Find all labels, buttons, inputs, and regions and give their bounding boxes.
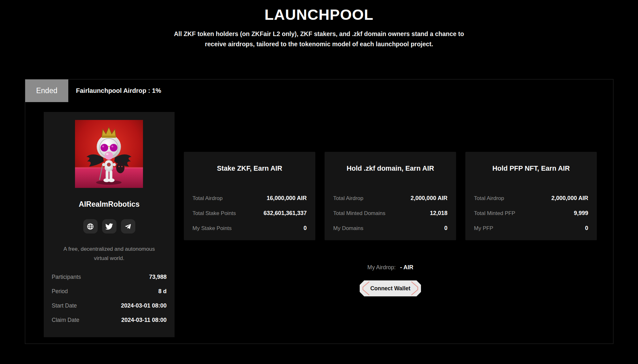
card-pfp-nft: Hold PFP NFT, Earn AIR Total Airdrop 2,0… [465, 152, 597, 240]
stat-row-start-date: Start Date 2024-03-01 08:00 [44, 299, 175, 313]
launchpool-card: Ended Fairlaunchpool Airdrop : 1% [25, 79, 613, 344]
stat-value: 2024-03-01 08:00 [121, 302, 167, 309]
card-row-my-pfp: My PFP 0 [465, 221, 597, 236]
project-description-line2: virtual world. [44, 254, 175, 263]
card-zkf-domain: Hold .zkf domain, Earn AIR Total Airdrop… [325, 152, 456, 240]
globe-icon [86, 223, 94, 230]
row-label: Total Airdrop [192, 195, 223, 202]
telegram-icon [124, 223, 132, 230]
stat-label: Period [52, 288, 68, 295]
my-airdrop-value: - AIR [400, 264, 413, 271]
stat-row-participants: Participants 73,988 [44, 270, 175, 284]
row-value: 9,999 [574, 210, 588, 217]
telegram-link-button[interactable] [121, 219, 135, 234]
stat-row-period: Period 8 d [44, 284, 175, 299]
page-subtitle-line2: receive airdrops, tailored to the tokeno… [0, 41, 638, 48]
project-stats: Participants 73,988 Period 8 d Start Dat… [44, 270, 175, 327]
card-title: Hold .zkf domain, Earn AIR [325, 165, 456, 173]
row-label: My Domains [333, 225, 363, 232]
page-subtitle-line1: All ZKF token holders (on ZKFair L2 only… [0, 30, 638, 38]
card-title: Stake ZKF, Earn AIR [184, 165, 315, 173]
row-label: My PFP [474, 225, 493, 232]
row-value: 16,000,000 AIR [267, 195, 307, 202]
my-airdrop-label: My Airdrop: [367, 264, 396, 271]
row-label: Total Airdrop [474, 195, 504, 202]
row-value: 0 [585, 225, 588, 232]
pool-header: Ended Fairlaunchpool Airdrop : 1% [25, 79, 613, 102]
earn-cards: Stake ZKF, Earn AIR Total Airdrop 16,000… [184, 152, 597, 240]
card-row-total-minted-domains: Total Minted Domains 12,018 [325, 206, 456, 221]
project-panel: AIRealmRobotics [44, 112, 175, 337]
stat-label: Claim Date [52, 317, 79, 323]
stat-value: 2024-03-11 08:00 [121, 317, 167, 323]
row-label: Total Minted Domains [333, 210, 385, 217]
row-label: Total Minted PFP [474, 210, 515, 217]
stat-label: Participants [52, 274, 81, 280]
status-badge: Ended [25, 79, 68, 102]
stat-value: 8 d [158, 288, 167, 295]
project-description: A free, decentralized and autonomous vir… [44, 244, 175, 263]
project-image [75, 120, 143, 188]
page-title: LAUNCHPOOL [0, 6, 638, 23]
card-stake-zkf: Stake ZKF, Earn AIR Total Airdrop 16,000… [184, 152, 315, 240]
row-value: 12,018 [430, 210, 447, 217]
row-label: Total Airdrop [333, 195, 364, 202]
connect-wallet-label: Connect Wallet [370, 285, 410, 292]
card-row-total-minted-pfp: Total Minted PFP 9,999 [465, 206, 597, 221]
twitter-icon [105, 223, 113, 230]
social-links [44, 219, 175, 234]
row-value: 632,601,361,337 [264, 210, 307, 217]
card-row-my-domains: My Domains 0 [325, 221, 456, 236]
pool-title: Fairlaunchpool Airdrop : 1% [76, 79, 161, 102]
row-label: Total Stake Points [192, 210, 236, 217]
earn-section: Stake ZKF, Earn AIR Total Airdrop 16,000… [184, 152, 597, 311]
connect-wallet-button[interactable]: Connect Wallet [360, 280, 421, 296]
row-value: 2,000,000 AIR [411, 195, 447, 202]
row-value: 0 [304, 225, 307, 232]
card-row-total-airdrop: Total Airdrop 16,000,000 AIR [184, 191, 315, 206]
row-label: My Stake Points [192, 225, 232, 232]
card-title: Hold PFP NFT, Earn AIR [465, 165, 597, 173]
twitter-link-button[interactable] [102, 219, 116, 234]
project-description-line1: A free, decentralized and autonomous [44, 244, 175, 254]
stat-label: Start Date [52, 302, 77, 309]
row-value: 2,000,000 AIR [552, 195, 588, 202]
stat-row-claim-date: Claim Date 2024-03-11 08:00 [44, 313, 175, 327]
row-value: 0 [444, 225, 447, 232]
project-name: AIRealmRobotics [44, 200, 175, 209]
card-row-total-airdrop: Total Airdrop 2,000,000 AIR [325, 191, 456, 206]
stat-value: 73,988 [149, 274, 167, 280]
my-airdrop: My Airdrop: - AIR [184, 264, 597, 271]
website-link-button[interactable] [83, 219, 98, 234]
card-row-my-stake-points: My Stake Points 0 [184, 221, 315, 236]
card-row-total-stake-points: Total Stake Points 632,601,361,337 [184, 206, 315, 221]
card-row-total-airdrop: Total Airdrop 2,000,000 AIR [465, 191, 597, 206]
